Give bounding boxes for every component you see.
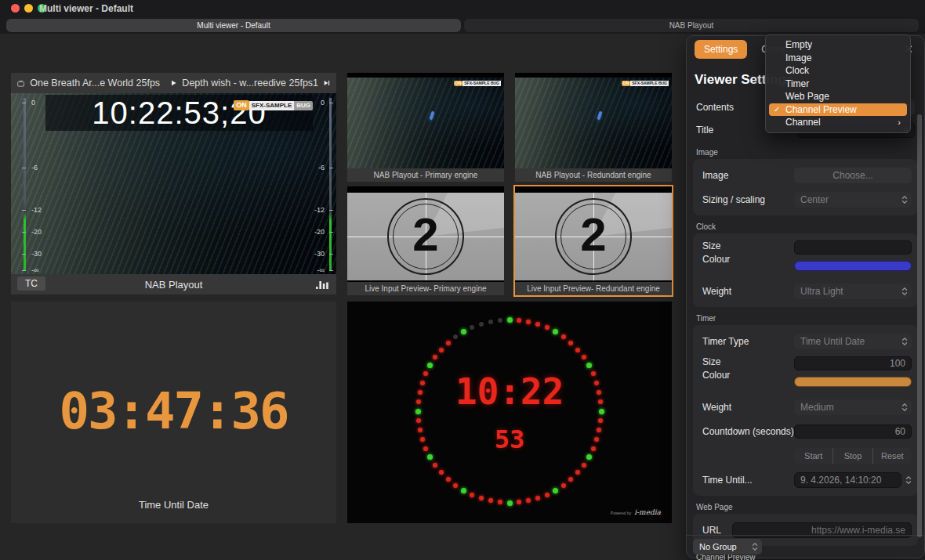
led-dot bbox=[553, 329, 558, 334]
timer-colour-label: Colour bbox=[702, 370, 794, 381]
timer-size-field[interactable]: 100 bbox=[794, 356, 912, 370]
audio-levels-icon[interactable] bbox=[316, 279, 328, 289]
tc-toggle-button[interactable]: TC bbox=[17, 276, 45, 291]
timer-type-label: Timer Type bbox=[702, 336, 794, 347]
sizing-label: Sizing / scaling bbox=[702, 194, 794, 205]
skip-to-end-icon[interactable] bbox=[324, 78, 330, 88]
choose-image-button[interactable]: Choose... bbox=[794, 168, 912, 183]
play-icon[interactable] bbox=[171, 78, 176, 88]
tab-nab-playout[interactable]: NAB Playout bbox=[464, 19, 919, 32]
clock-tile[interactable]: 10:22 53 Powered by i-media bbox=[347, 302, 672, 523]
preview-tile-primary-engine[interactable]: ON SFX-SAMPLE BUG NAB Playout - Primary … bbox=[347, 73, 504, 182]
now-playing-title: One Breath Ar...e World 25fps bbox=[30, 78, 160, 89]
led-dot bbox=[517, 318, 521, 323]
audio-meter-left-bar bbox=[24, 98, 26, 271]
date-stepper[interactable] bbox=[905, 475, 912, 486]
timer-tile[interactable]: 03:47:36 Time Until Date bbox=[11, 302, 336, 523]
sfx-sample-badge: SFX-SAMPLE BUG bbox=[462, 81, 501, 86]
led-dot bbox=[545, 493, 550, 497]
preview-tile-redundant-engine[interactable]: ON SFX-SAMPLE BUG NAB Playout - Redundan… bbox=[515, 73, 672, 182]
timer-type-popup[interactable]: Time Until Date bbox=[794, 334, 912, 349]
stepper-icon bbox=[752, 542, 758, 551]
clock-weight-popup[interactable]: Ultra Light bbox=[794, 284, 912, 299]
stepper-icon bbox=[901, 287, 908, 296]
sfx-sample-badge: SFX-SAMPLE BUG bbox=[630, 81, 669, 86]
timer-caption: Time Until Date bbox=[11, 499, 336, 511]
led-dot bbox=[488, 320, 493, 324]
close-traffic-light[interactable] bbox=[11, 4, 20, 13]
clock-colour-swatch[interactable] bbox=[794, 261, 912, 271]
sample-bug-badge: ON SFX-SAMPLE BUG bbox=[234, 100, 313, 110]
timer-colour-swatch[interactable] bbox=[794, 377, 912, 387]
led-dot bbox=[416, 418, 421, 423]
on-badge: ON bbox=[234, 100, 249, 110]
meter-tick-label: -30 bbox=[31, 250, 42, 258]
minimize-traffic-light[interactable] bbox=[24, 4, 33, 13]
meter-tick bbox=[22, 168, 26, 168]
playout-header: One Breath Ar...e World 25fps Depth wish… bbox=[11, 73, 336, 93]
section-header-clock: Clock bbox=[687, 215, 924, 233]
underwater-video-frame bbox=[515, 78, 672, 168]
countdown-number: 2 bbox=[515, 208, 672, 262]
led-dot bbox=[433, 355, 437, 359]
led-dot bbox=[446, 341, 451, 345]
live-input-tile-redundant-selected[interactable]: 2 Live Input Preview- Redundant engine bbox=[515, 186, 672, 295]
menu-item-image[interactable]: Image bbox=[769, 52, 907, 65]
menu-item-clock[interactable]: Clock bbox=[769, 64, 907, 78]
section-header-web-page: Web Page bbox=[687, 496, 924, 514]
playout-footer: TC NAB Playout bbox=[11, 274, 336, 294]
led-dot bbox=[598, 418, 603, 423]
tab-multi-viewer-default[interactable]: Multi viewer - Default bbox=[6, 19, 461, 32]
on-badge: ON bbox=[454, 81, 463, 86]
section-header-image: Image bbox=[687, 141, 924, 159]
meter-tick bbox=[22, 232, 26, 233]
stop-button[interactable]: Stop bbox=[832, 448, 872, 464]
timer-size-label: Size bbox=[702, 356, 794, 367]
meter-tick-label: -20 bbox=[31, 228, 42, 236]
group-popup[interactable]: No Group bbox=[693, 539, 762, 555]
scrollbar-thumb[interactable] bbox=[917, 114, 922, 537]
tab-settings[interactable]: Settings bbox=[695, 40, 747, 59]
clock-size-field[interactable] bbox=[794, 240, 912, 255]
clock-size-label: Size bbox=[702, 240, 794, 251]
menu-item-channel[interactable]: Channel › bbox=[769, 116, 907, 129]
stepper-icon bbox=[901, 403, 908, 412]
led-dot bbox=[561, 483, 566, 488]
timer-weight-popup[interactable]: Medium bbox=[794, 399, 912, 415]
main-video-area[interactable]: 10:22:53;20 ON SFX-SAMPLE BUG 0-6-12-20-… bbox=[11, 93, 336, 274]
countdown-seconds-field[interactable]: 60 bbox=[794, 425, 912, 439]
led-dot bbox=[461, 488, 466, 493]
clock-colour-label: Colour bbox=[702, 254, 794, 265]
led-dot bbox=[568, 477, 573, 482]
tv-icon bbox=[17, 78, 24, 89]
meter-tick-label: 0 bbox=[321, 99, 325, 107]
meter-tick bbox=[329, 232, 333, 233]
sizing-popup[interactable]: Center bbox=[794, 192, 912, 208]
led-dot bbox=[498, 318, 502, 323]
live-input-tile-primary[interactable]: 2 Live Input Preview- Primary engine bbox=[347, 186, 504, 295]
timer-section: Timer Type Time Until Date Size Colour 1… bbox=[693, 325, 918, 496]
audio-meter-right: 0-6-12-20-30-∞ bbox=[310, 93, 336, 274]
audio-meter-left: 0-6-12-20-30-∞ bbox=[16, 93, 42, 274]
reset-button[interactable]: Reset bbox=[872, 448, 912, 464]
section-header-timer: Timer bbox=[687, 307, 924, 325]
led-dot bbox=[517, 500, 521, 504]
title-bar: Multi viewer - Default bbox=[0, 0, 925, 17]
tile-caption: NAB Playout - Redundant engine bbox=[515, 168, 672, 182]
main-viewer-panel[interactable]: One Breath Ar...e World 25fps Depth wish… bbox=[11, 73, 336, 294]
start-button[interactable]: Start bbox=[794, 448, 832, 464]
menu-item-channel-preview[interactable]: ✓ Channel Preview bbox=[769, 103, 907, 117]
led-dot bbox=[526, 320, 531, 324]
countdown-timer-value: 03:47:36 bbox=[11, 382, 336, 440]
meter-tick-label: -12 bbox=[31, 206, 42, 214]
menu-item-empty[interactable]: Empty bbox=[769, 38, 907, 52]
time-until-field[interactable]: 9. 4.2026, 14:10:20 bbox=[794, 472, 901, 488]
image-label: Image bbox=[702, 170, 794, 181]
led-dot bbox=[439, 348, 444, 352]
meter-tick bbox=[22, 270, 26, 271]
group-assignment-bar: No Group bbox=[687, 535, 924, 558]
menu-item-timer[interactable]: Timer bbox=[769, 78, 907, 91]
settings-panel: Settings Groups ✕ Viewer Settings Conten… bbox=[686, 35, 925, 558]
channel-name: NAB Playout bbox=[145, 279, 203, 291]
menu-item-web-page[interactable]: Web Page bbox=[769, 90, 907, 103]
